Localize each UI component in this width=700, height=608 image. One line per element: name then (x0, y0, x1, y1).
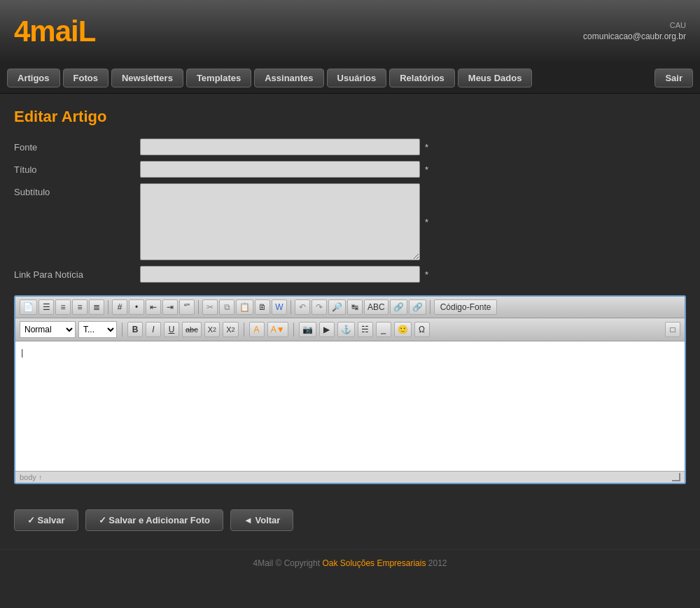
label-titulo: Título (14, 161, 140, 175)
rich-text-editor: 📄 ☰ ≡ ≡ ≣ # • ⇤ ⇥ “” ✂ ⧉ 📋 🗎 W ↶ ↷ 🔎 ↹ A… (14, 295, 686, 484)
input-titulo[interactable] (140, 161, 420, 178)
sep6 (244, 323, 244, 337)
nav-templates[interactable]: Templates (186, 69, 251, 87)
save-button[interactable]: ✓ Salvar (14, 509, 78, 531)
nav-meus-dados[interactable]: Meus Dados (458, 69, 533, 87)
tb-ul-icon[interactable]: • (129, 299, 144, 315)
input-wrap-titulo: * (140, 161, 428, 178)
input-wrap-link: * (140, 266, 428, 283)
editor-body[interactable]: | (15, 341, 685, 471)
tb-paste-icon[interactable]: 📋 (236, 299, 253, 315)
bottom-actions: ✓ Salvar ✓ Salvar e Adicionar Foto ◄ Vol… (0, 498, 700, 542)
nav-usuarios[interactable]: Usuários (327, 69, 387, 87)
tb-hline-icon[interactable]: ⎯ (376, 322, 391, 337)
tb-spellcheck-icon[interactable]: ABC (364, 299, 388, 315)
tb-replace-icon[interactable]: ↹ (347, 299, 363, 315)
tb-table-icon[interactable]: ☵ (358, 322, 373, 337)
tb-image-icon[interactable]: 📷 (299, 322, 316, 337)
form-row-link: Link Para Notícia * (14, 266, 686, 283)
input-wrap-subtitulo: * (140, 183, 428, 260)
required-link: * (425, 269, 428, 280)
sep3 (290, 300, 291, 314)
save-add-photo-button[interactable]: ✓ Salvar e Adicionar Foto (85, 509, 223, 531)
footer-link[interactable]: Oak Soluções Empresariais (322, 558, 426, 568)
footer-text-after: 2012 (426, 558, 447, 568)
sep5 (122, 323, 122, 337)
user-label: CAU (583, 20, 686, 31)
tb-subscript-icon[interactable]: X2 (204, 322, 220, 337)
tb-indent-icon[interactable]: ⇥ (162, 299, 178, 315)
tb-italic-icon[interactable]: I (146, 322, 161, 337)
sep1 (108, 300, 108, 314)
tb-maximize-icon[interactable]: □ (665, 322, 680, 337)
input-subtitulo[interactable] (140, 183, 420, 260)
sep2 (198, 300, 199, 314)
tb-find-icon[interactable]: 🔎 (328, 299, 346, 315)
tb-underline-icon[interactable]: U (164, 322, 179, 337)
tb-undo-icon[interactable]: ↶ (295, 299, 310, 315)
tb-source-btn[interactable]: Código-Fonte (434, 299, 498, 315)
tb-paste-word-icon[interactable]: W (272, 299, 287, 315)
logo-4: 4 (14, 15, 29, 48)
tb-anchor-icon[interactable]: ⚓ (337, 322, 355, 337)
form-row-titulo: Título * (14, 161, 686, 178)
required-subtitulo: * (425, 217, 428, 227)
header: 4maiL CAU comunicacao@caubr.org.br (0, 0, 700, 63)
nav-assinantes[interactable]: Assinantes (254, 69, 323, 87)
label-fonte: Fonte (14, 139, 140, 153)
input-wrap-fonte: * (140, 139, 428, 155)
tb-blockquote-icon[interactable]: “” (179, 299, 195, 315)
logo: 4maiL (14, 15, 95, 48)
nav-newsletters[interactable]: Newsletters (111, 69, 183, 87)
tb-highlight-icon[interactable]: A▼ (267, 322, 288, 337)
editor-toolbar-top: 📄 ☰ ≡ ≡ ≣ # • ⇤ ⇥ “” ✂ ⧉ 📋 🗎 W ↶ ↷ 🔎 ↹ A… (15, 297, 685, 318)
input-link[interactable] (140, 266, 420, 283)
style-select[interactable]: Normal (20, 321, 76, 338)
form-row-fonte: Fonte * (14, 139, 686, 155)
tb-bold-icon[interactable]: B (127, 322, 143, 337)
tb-smiley-icon[interactable]: 🙂 (394, 322, 412, 337)
editor-path: body ↑ (20, 473, 42, 481)
editor-statusbar: body ↑ (15, 471, 685, 483)
tb-align-center-icon[interactable]: ≡ (55, 299, 71, 315)
tb-font-color-icon[interactable]: A (249, 322, 265, 337)
tb-copy-icon[interactable]: ⧉ (219, 299, 234, 315)
tb-paste-text-icon[interactable]: 🗎 (255, 299, 270, 315)
nav-artigos[interactable]: Artigos (7, 69, 60, 87)
label-link: Link Para Notícia (14, 266, 140, 280)
logo-mail: maiL (29, 15, 95, 48)
tb-cut-icon[interactable]: ✂ (202, 299, 218, 315)
tb-justify-icon[interactable]: ≣ (89, 299, 104, 315)
logo-text: 4maiL (14, 15, 95, 48)
tb-flash-icon[interactable]: ▶ (319, 322, 335, 337)
nav-relatorios[interactable]: Relatórios (389, 69, 455, 87)
tb-special-char-icon[interactable]: Ω (414, 322, 430, 337)
tb-align-left-icon[interactable]: ☰ (38, 299, 54, 315)
tb-redo-icon[interactable]: ↷ (312, 299, 327, 315)
footer-text-before: 4Mail © Copyright (253, 558, 323, 568)
nav-fotos[interactable]: Fotos (63, 69, 108, 87)
tb-outdent-icon[interactable]: ⇤ (146, 299, 161, 315)
sep4 (430, 300, 430, 314)
back-button[interactable]: ◄ Voltar (230, 509, 293, 531)
content-area: Editar Artigo Fonte * Título * Subtítulo… (0, 94, 700, 498)
tb-superscript-icon[interactable]: X2 (223, 322, 238, 337)
input-fonte[interactable] (140, 139, 420, 155)
required-titulo: * (425, 164, 428, 175)
nav-sair[interactable]: Sair (654, 69, 693, 87)
tb-unlink-icon[interactable]: 🔗 (409, 299, 426, 315)
editor-toolbar-bottom: Normal T... B I U abc X2 X2 A A▼ 📷 ▶ ⚓ ☵… (15, 318, 685, 341)
user-info: CAU comunicacao@caubr.org.br (583, 20, 686, 43)
tb-source-icon[interactable]: 📄 (20, 299, 37, 315)
form-row-subtitulo: Subtítulo * (14, 183, 686, 260)
font-select[interactable]: T... (78, 321, 117, 338)
label-subtitulo: Subtítulo (14, 183, 140, 197)
tb-link-icon[interactable]: 🔗 (390, 299, 407, 315)
main-nav: Artigos Fotos Newsletters Templates Assi… (0, 63, 700, 94)
tb-align-right-icon[interactable]: ≡ (72, 299, 88, 315)
tb-strikethrough-icon[interactable]: abc (182, 322, 202, 337)
sep7 (293, 323, 294, 337)
resize-handle[interactable] (672, 473, 680, 481)
tb-ol-icon[interactable]: # (112, 299, 127, 315)
footer: 4Mail © Copyright Oak Soluções Empresari… (0, 549, 700, 577)
